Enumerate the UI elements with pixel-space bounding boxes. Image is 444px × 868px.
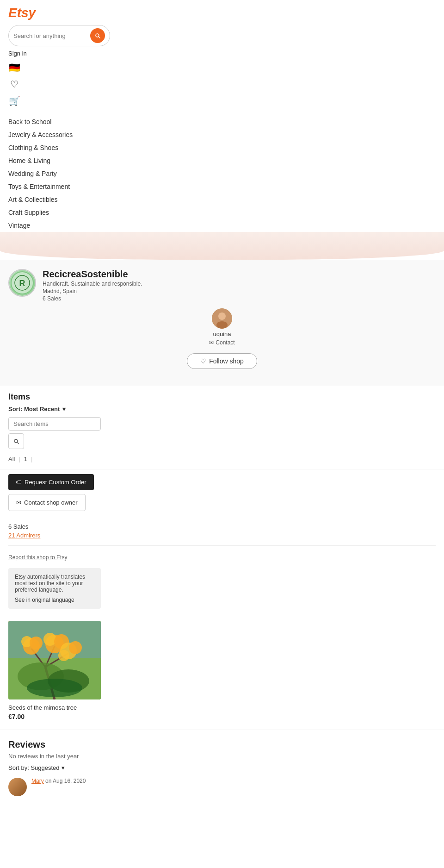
nav-item-clothing[interactable]: Clothing & Shoes	[8, 141, 436, 154]
nav-item-vintage[interactable]: Vintage	[8, 219, 436, 232]
tab-divider: |	[18, 456, 20, 462]
nav-menu: Back to School Jewelry & Accessories Clo…	[0, 115, 444, 232]
sort-reviews-chevron[interactable]: ▾	[62, 764, 65, 771]
sort-reviews-label: Sort by: Suggested	[8, 764, 60, 771]
product-card[interactable]: Seeds of the mimosa tree €7.00	[8, 621, 101, 720]
product-image	[8, 621, 101, 699]
shop-name: RecicreaSostenible	[43, 269, 142, 280]
items-search-container	[0, 417, 444, 454]
product-section: Seeds of the mimosa tree €7.00	[0, 616, 444, 730]
reviewer-name[interactable]: Mary	[31, 778, 44, 784]
items-section: Items Sort: Most Recent ▾ All | 1 | 🏷 Re…	[0, 386, 444, 518]
no-reviews-text: No reviews in the last year	[8, 753, 436, 760]
search-bar	[8, 25, 110, 46]
svg-point-14	[30, 637, 43, 649]
tag-icon: 🏷	[16, 479, 22, 486]
reviewer-avatar-inner	[8, 778, 27, 796]
flag-icon[interactable]: 🇩🇪	[8, 62, 20, 74]
product-price: €7.00	[8, 713, 101, 720]
shop-stats: 6 Sales 21 Admirers	[0, 518, 444, 542]
svg-point-19	[69, 641, 82, 654]
shop-header-row: R RecicreaSostenible Handicraft. Sustain…	[8, 269, 436, 302]
shop-profile: R RecicreaSostenible Handicraft. Sustain…	[0, 260, 444, 386]
sort-row: Sort: Most Recent ▾	[0, 406, 444, 417]
shop-avatar: R	[8, 269, 36, 297]
envelope-icon: ✉	[209, 339, 214, 346]
reviews-section: Reviews No reviews in the last year Sort…	[0, 730, 444, 812]
translation-message: Etsy automatically translates most text …	[15, 574, 94, 593]
svg-point-20	[58, 650, 69, 661]
items-search-bar	[8, 417, 101, 431]
product-name: Seeds of the mimosa tree	[8, 704, 101, 711]
nav-item-art[interactable]: Art & Collectibles	[8, 193, 436, 206]
request-custom-order-button[interactable]: 🏷 Request Custom Order	[8, 474, 94, 490]
translation-box: Etsy automatically translates most text …	[8, 568, 101, 609]
reviewer-info: Mary on Aug 16, 2020	[31, 778, 86, 796]
action-buttons: 🏷 Request Custom Order ✉ Contact shop ow…	[0, 474, 444, 518]
follow-shop-button[interactable]: ♡ Follow shop	[187, 353, 257, 369]
sign-in-link[interactable]: Sign in	[8, 50, 436, 57]
stat-sales: 6 Sales	[8, 523, 436, 530]
shop-info: RecicreaSostenible Handicraft. Sustainab…	[43, 269, 142, 302]
divider-1	[8, 545, 436, 546]
review-item: Mary on Aug 16, 2020	[8, 778, 436, 796]
see-original-link[interactable]: See in original language	[15, 597, 94, 603]
nav-item-wedding[interactable]: Wedding & Party	[8, 167, 436, 180]
items-title: Items	[0, 386, 444, 406]
sort-label: Sort: Most Recent	[8, 406, 60, 412]
shop-location: Madrid, Spain	[43, 288, 142, 294]
header-icons: 🇩🇪 ♡ 🛒	[8, 62, 436, 107]
nav-item-craft[interactable]: Craft Supplies	[8, 206, 436, 219]
items-tabs: All | 1 |	[0, 454, 444, 469]
owner-name: uquina	[213, 331, 231, 337]
report-shop-link[interactable]: Report this shop to Etsy	[0, 550, 444, 563]
items-search-button[interactable]	[8, 433, 24, 449]
reviews-title: Reviews	[8, 739, 436, 750]
nav-item-toys[interactable]: Toys & Entertainment	[8, 180, 436, 193]
owner-avatar	[212, 308, 232, 329]
tab-divider-2: |	[31, 456, 32, 462]
items-search-input[interactable]	[13, 420, 78, 427]
shop-tagline: Handicraft. Sustainable and responsible.	[43, 281, 142, 287]
shop-sales: 6 Sales	[43, 295, 142, 302]
envelope-icon-2: ✉	[16, 499, 21, 506]
shop-banner	[0, 232, 444, 260]
nav-item-home[interactable]: Home & Living	[8, 154, 436, 167]
wishlist-icon[interactable]: ♡	[8, 78, 20, 90]
etsy-logo: Etsy	[8, 6, 436, 20]
owner-section: uquina ✉ Contact	[8, 308, 436, 346]
svg-point-5	[216, 321, 228, 329]
product-image-inner	[8, 621, 101, 699]
reviewer-avatar	[8, 778, 27, 796]
header: Etsy Sign in 🇩🇪 ♡ 🛒	[0, 0, 444, 115]
contact-shop-owner-button[interactable]: ✉ Contact shop owner	[8, 494, 86, 511]
sort-reviews-row: Sort by: Suggested ▾	[8, 764, 436, 771]
heart-icon: ♡	[200, 357, 206, 365]
chevron-down-icon[interactable]: ▾	[62, 406, 66, 412]
search-button[interactable]	[90, 28, 105, 43]
tab-1[interactable]: 1	[24, 454, 27, 464]
nav-item-jewelry[interactable]: Jewelry & Accessories	[8, 128, 436, 141]
shop-avatar-image: R	[9, 270, 35, 296]
contact-link[interactable]: ✉ Contact	[209, 339, 234, 346]
tab-all[interactable]: All	[8, 454, 15, 464]
svg-point-23	[27, 679, 82, 697]
reviewer-date: on Aug 16, 2020	[45, 778, 86, 784]
svg-text:R: R	[19, 279, 25, 288]
stat-admirers[interactable]: 21 Admirers	[8, 532, 436, 539]
cart-icon[interactable]: 🛒	[8, 95, 20, 107]
svg-point-4	[218, 312, 226, 320]
search-input[interactable]	[13, 32, 87, 39]
nav-item-back-to-school[interactable]: Back to School	[8, 115, 436, 128]
